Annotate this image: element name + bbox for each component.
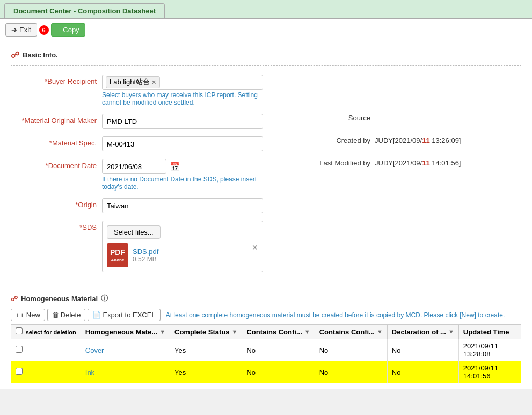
row-homogeneous-mate[interactable]: Ink — [81, 361, 170, 383]
row-contains-confi2: No — [315, 339, 387, 361]
created-by-red: 11 — [422, 136, 429, 144]
last-modified-row: Last Modified by JUDY[2021/09/11 14:01:5… — [311, 159, 461, 167]
row-complete-status: Yes — [170, 339, 242, 361]
basic-info-header: ☍ Basic Info. — [11, 50, 521, 60]
delete-button[interactable]: 🗑 Delete — [47, 309, 86, 321]
col-declaration: Declaration of ... ▼ — [387, 325, 458, 339]
filter-icon-5[interactable]: ▼ — [448, 329, 454, 335]
hm-header: ☍ Homogeneous Material ⓘ — [11, 294, 521, 303]
buyer-tag: Lab light站台 ✕ — [106, 76, 160, 88]
new-button[interactable]: + + New — [11, 309, 45, 321]
origin-row: *Origin — [11, 198, 521, 213]
origin-label: *Origin — [11, 198, 97, 209]
homogeneous-mate-link[interactable]: Cover — [85, 346, 104, 354]
delete-icon: 🗑 — [52, 311, 59, 319]
sds-upload-box: Select files... PDF Adobe SDS.pdf 0.52 M… — [102, 221, 263, 272]
source-row: Source — [311, 114, 375, 122]
date-wrap: 📅 — [102, 159, 263, 174]
exit-button[interactable]: ➔ Exit — [5, 23, 37, 37]
filter-icon-4[interactable]: ▼ — [377, 329, 383, 335]
buyer-recipient-wrap: Lab light站台 ✕ Select buyers who may rece… — [102, 75, 263, 106]
col-homogeneous-mate: Homogeneous Mate... ▼ — [81, 325, 170, 339]
pdf-size: 0.52 MB — [133, 256, 158, 263]
homogeneous-mate-link[interactable]: Ink — [85, 368, 94, 376]
table-body: Cover Yes No No No 2021/09/11 13:28:08 I… — [11, 339, 521, 383]
sds-row: *SDS Select files... PDF Adobe SDS.pdf 0… — [11, 221, 521, 272]
select-files-button[interactable]: Select files... — [107, 225, 161, 239]
material-maker-input[interactable] — [102, 114, 263, 129]
hm-title: Homogeneous Material — [21, 295, 98, 303]
pdf-item: PDF Adobe SDS.pdf 0.52 MB ✕ — [107, 243, 258, 267]
row-checkbox[interactable] — [16, 346, 23, 353]
info-icon[interactable]: ⓘ — [101, 294, 108, 303]
filter-icon-2[interactable]: ▼ — [232, 329, 238, 335]
pdf-name[interactable]: SDS.pdf — [133, 247, 158, 256]
select-for-deletion-label: select for deletion — [26, 329, 76, 336]
created-by-value: JUDY[2021/09/11 13:26:09] — [375, 136, 461, 144]
filter-icon-3[interactable]: ▼ — [304, 329, 310, 335]
col-complete-status: Complete Status ▼ — [170, 325, 242, 339]
row-declaration: No — [387, 361, 458, 383]
document-date-input[interactable] — [102, 159, 166, 174]
row-updated-time: 2021/09/11 14:01:56 — [458, 361, 521, 383]
basic-info-icon: ☍ — [11, 50, 19, 60]
material-maker-label: *Material Original Maker — [11, 114, 97, 125]
row-checkbox[interactable] — [16, 368, 23, 375]
plus-icon: + — [16, 311, 20, 319]
tab-composition-datasheet[interactable]: Document Center - Composition Datasheet — [4, 3, 165, 18]
row-contains-confi1: No — [242, 339, 315, 361]
buyer-recipient-label: *Buyer Recipient — [11, 75, 97, 85]
export-excel-button[interactable]: 📄 Export to EXCEL — [88, 309, 160, 321]
row-homogeneous-mate[interactable]: Cover — [81, 339, 170, 361]
basic-info-section: ☍ Basic Info. *Buyer Recipient Lab light… — [0, 41, 532, 288]
col-contains-confi2: Contains Confi... ▼ — [315, 325, 387, 339]
basic-info-title: Basic Info. — [23, 51, 58, 59]
created-by-row: Created by JUDY[2021/09/11 13:26:09] — [311, 136, 461, 144]
row-checkbox-cell — [11, 361, 81, 383]
table-toolbar: + + New 🗑 Delete 📄 Export to EXCEL At le… — [11, 309, 521, 321]
exit-icon: ➔ — [11, 26, 17, 34]
col-contains-confi1: Contains Confi... ▼ — [242, 325, 315, 339]
tab-bar: Document Center - Composition Datasheet — [0, 0, 532, 19]
pdf-icon: PDF Adobe — [107, 243, 128, 267]
table-header-row: select for deletion Homogeneous Mate... … — [11, 325, 521, 339]
material-spec-input[interactable] — [102, 136, 263, 151]
last-modified-red: 11 — [422, 159, 429, 167]
homogeneous-table: select for deletion Homogeneous Mate... … — [11, 324, 521, 383]
created-by-label: Created by — [311, 136, 370, 144]
material-maker-row: *Material Original Maker Source — [11, 114, 521, 129]
last-modified-label: Last Modified by — [311, 159, 370, 167]
copy-icon: + — [57, 26, 61, 34]
table-row[interactable]: Ink Yes No No No 2021/09/11 14:01:56 — [11, 361, 521, 383]
divider — [11, 65, 521, 66]
document-date-hint: If there is no Document Date in the SDS,… — [102, 176, 263, 191]
notice-text: At least one complete homogeneous materi… — [166, 311, 505, 319]
buyer-recipient-input[interactable]: Lab light站台 ✕ — [102, 75, 263, 90]
copy-button[interactable]: + Copy — [51, 23, 85, 37]
row-contains-confi1: No — [242, 361, 315, 383]
calendar-icon[interactable]: 📅 — [170, 162, 180, 172]
table-row[interactable]: Cover Yes No No No 2021/09/11 13:28:08 — [11, 339, 521, 361]
pdf-remove-icon[interactable]: ✕ — [252, 243, 258, 252]
origin-input[interactable] — [102, 198, 263, 213]
last-modified-value: JUDY[2021/09/11 14:01:56] — [375, 159, 461, 167]
filter-icon-1[interactable]: ▼ — [159, 329, 165, 335]
tag-remove-icon[interactable]: ✕ — [151, 79, 156, 86]
toolbar: ➔ Exit 6 + Copy — [0, 19, 532, 41]
sds-label: *SDS — [11, 221, 97, 231]
row-declaration: No — [387, 339, 458, 361]
row-updated-time: 2021/09/11 13:28:08 — [458, 339, 521, 361]
document-date-wrap: 📅 If there is no Document Date in the SD… — [102, 159, 263, 191]
homogeneous-material-section: ☍ Homogeneous Material ⓘ + + New 🗑 Delet… — [0, 288, 532, 389]
material-spec-label: *Material Spec. — [11, 136, 97, 147]
row-complete-status: Yes — [170, 361, 242, 383]
row-contains-confi2: No — [315, 361, 387, 383]
excel-icon: 📄 — [92, 311, 101, 319]
row-checkbox-cell — [11, 339, 81, 361]
badge-count: 6 — [39, 25, 49, 35]
material-spec-row: *Material Spec. Created by JUDY[2021/09/… — [11, 136, 521, 151]
pdf-info: SDS.pdf 0.52 MB — [133, 247, 158, 263]
select-all-checkbox[interactable] — [16, 327, 23, 334]
document-date-row: *Document Date 📅 If there is no Document… — [11, 159, 521, 191]
source-label: Source — [311, 114, 370, 122]
